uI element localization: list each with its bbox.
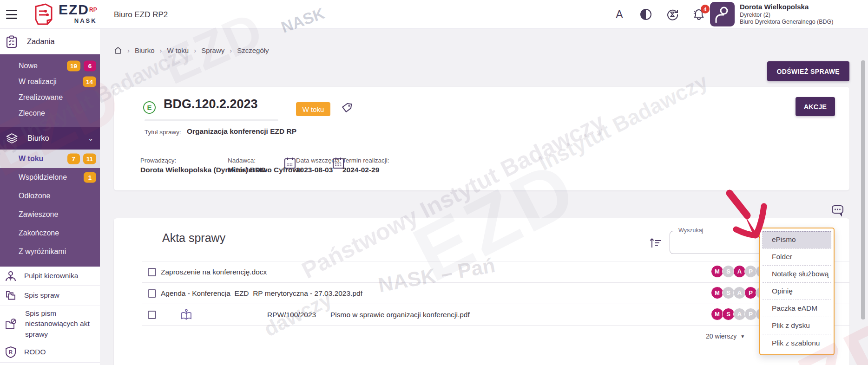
row-avatars: M S A P [711, 308, 767, 320]
sidebar-item-label: RODO [24, 347, 46, 357]
sidebar-item-zrealizowane[interactable]: Zrealizowane [0, 90, 100, 105]
count-badge: 1 [84, 172, 96, 183]
menu-item-paczka-eadm[interactable]: Paczka eADM [763, 300, 831, 317]
avatar: M [711, 308, 723, 320]
case-type-badge: E [143, 101, 156, 114]
zadania-subsection: Nowe 196 W realizacji 14 Zrealizowane Zl… [0, 54, 100, 127]
breadcrumb-szczegoly[interactable]: Szczegóły [237, 46, 269, 54]
row-checkbox[interactable] [148, 268, 156, 276]
app-title: Biuro EZD RP2 [114, 10, 168, 20]
avatar: S [722, 265, 735, 278]
sidebar-item-w-toku[interactable]: W toku 711 [0, 150, 100, 168]
calendar-icon [284, 157, 296, 169]
case-signature: BDG.120.2.2023 [164, 97, 258, 111]
sidebar-item-rodo[interactable]: R RODO [0, 342, 100, 362]
menu-item-notatka[interactable]: Notatkę służbową [763, 266, 831, 283]
vertical-scrollbar[interactable] [861, 60, 865, 319]
sidebar-item-spis-spraw[interactable]: Spis spraw [0, 285, 100, 306]
sidebar-item-label: Zadania [27, 37, 55, 46]
row-checkbox[interactable] [148, 289, 156, 298]
breadcrumb-sprawy[interactable]: Sprawy [201, 46, 224, 54]
sidebar-item-label: Pulpit kierownika [24, 271, 78, 281]
notifications-bell-icon[interactable]: 4 [692, 8, 705, 21]
tag-icon[interactable] [341, 102, 353, 114]
menu-item-plik-z-szablonu[interactable]: Plik z szablonu [763, 334, 831, 352]
home-icon[interactable] [114, 46, 122, 54]
sidebar-item-odlozone[interactable]: Odłożone [0, 187, 100, 205]
desk-layers-icon [6, 133, 18, 144]
sidebar-item-z-wyroznikami[interactable]: Z wyróżnikami [0, 242, 100, 261]
breadcrumb-w-toku[interactable]: W toku [167, 46, 189, 54]
case-title-label: Tytuł sprawy: [145, 129, 181, 136]
breadcrumb-biurko[interactable]: Biurko [135, 46, 155, 54]
sidebar-item-zawieszone[interactable]: Zawieszone [0, 205, 100, 224]
sidebar-item-spis-pism[interactable]: Spis pism niestanowiących akt sprawy [0, 306, 100, 342]
field-value: 2023-08-03 [296, 166, 333, 174]
chevron-down-icon: ⌄ [88, 135, 93, 142]
menu-item-opinia[interactable]: Opinię [763, 283, 831, 300]
sidebar-item-pulpit-kierownika[interactable]: Pulpit kierownika [0, 267, 100, 285]
ezd-rp-app: EZDRP NASK Biuro EZD RP2 A [0, 0, 868, 365]
top-bar: EZDRP NASK Biuro EZD RP2 A [0, 0, 868, 29]
session-timer-icon[interactable] [666, 8, 679, 21]
logo-sup: RP [89, 7, 97, 13]
actions-button[interactable]: AKCJE [796, 97, 835, 116]
sidebar-item-label: Zlecone [19, 109, 45, 117]
field-label: Termin realizacji: [342, 157, 389, 164]
contrast-icon[interactable] [639, 8, 652, 21]
sidebar-item-label: Z wyróżnikami [19, 248, 66, 256]
sidebar-item-partial[interactable] [0, 362, 100, 365]
sidebar-item-w-realizacji[interactable]: W realizacji 14 [0, 74, 100, 90]
user-role: Dyrektor (2) [740, 12, 833, 19]
avatar: A [733, 308, 746, 320]
avatar: M [711, 287, 723, 299]
rows-per-page-select[interactable]: 20 wierszy ▼ [706, 332, 745, 340]
count-badge: 7 [67, 154, 80, 164]
case-files-card: Akta sprawy Wyszukaj Zaproszenie na konf… [114, 218, 849, 365]
row-avatars: M S A P [711, 265, 767, 278]
sidebar-item-wspoldzielone[interactable]: Współdzielone 1 [0, 168, 100, 187]
sidebar-item-zadania[interactable]: Zadania [0, 29, 100, 54]
sidebar-item-zakonczone[interactable]: Zakończone [0, 224, 100, 242]
search-input[interactable] [674, 233, 760, 252]
field-value: 2024-02-29 [342, 166, 379, 174]
sidebar: Zadania Nowe 196 W realizacji 14 Zrealiz… [0, 29, 100, 365]
notification-badge: 4 [701, 5, 710, 13]
folders-icon [5, 290, 17, 301]
sidebar-item-biurko[interactable]: Biurko ⌄ [0, 127, 100, 150]
menu-item-plik-z-dysku[interactable]: Plik z dysku [763, 317, 831, 334]
font-size-icon[interactable]: A [613, 8, 626, 21]
sidebar-item-label: Zakończone [19, 229, 59, 237]
biurko-subsection: W toku 711 Współdzielone 1 Odłożone Zawi… [0, 150, 100, 267]
breadcrumb-separator: › [194, 46, 196, 54]
avatar: P [744, 287, 757, 299]
hamburger-menu-icon[interactable] [6, 10, 17, 19]
breadcrumb-separator: › [160, 46, 162, 54]
file-name[interactable]: Pismo w sprawie organizacji konferencji.… [330, 311, 470, 319]
breadcrumb-separator: › [127, 46, 130, 54]
user-name: Dorota Wielkopolska [740, 3, 833, 12]
avatar: A [733, 265, 746, 278]
sidebar-item-zlecone[interactable]: Zlecone [0, 105, 100, 121]
refresh-case-button[interactable]: ODŚWIEŻ SPRAWĘ [767, 61, 850, 81]
comments-icon[interactable] [831, 204, 844, 217]
row-checkbox[interactable] [148, 311, 156, 319]
tasks-clipboard-icon [6, 35, 18, 48]
sort-icon[interactable] [649, 236, 663, 250]
file-name[interactable]: Agenda - Konferencja_EZD_RP merytoryczna… [161, 289, 362, 298]
rpw-number[interactable]: RPW/100/2023 [267, 311, 316, 319]
sidebar-item-nowe[interactable]: Nowe 196 [0, 58, 100, 74]
menu-item-folder[interactable]: Folder [763, 248, 831, 266]
sidebar-item-label: Zawieszone [19, 210, 58, 219]
topbar-icons: A 4 [613, 0, 705, 29]
breadcrumb-separator: › [230, 46, 232, 54]
file-name[interactable]: Zaproszenie na konferencję.docx [161, 268, 267, 276]
row-avatars: M S A P [711, 287, 767, 299]
caret-down-icon: ▼ [740, 334, 745, 339]
user-profile[interactable]: Dorota Wielkopolska Dyrektor (2) Biuro D… [710, 2, 863, 28]
field-label: Nadawca: [228, 157, 256, 164]
sidebar-item-label: W realizacji [19, 78, 57, 86]
case-card: E BDG.120.2.2023 W toku AKCJE Tytuł spra… [114, 87, 849, 190]
avatar: P [744, 265, 757, 278]
menu-item-epismo[interactable]: ePismo [763, 231, 831, 248]
